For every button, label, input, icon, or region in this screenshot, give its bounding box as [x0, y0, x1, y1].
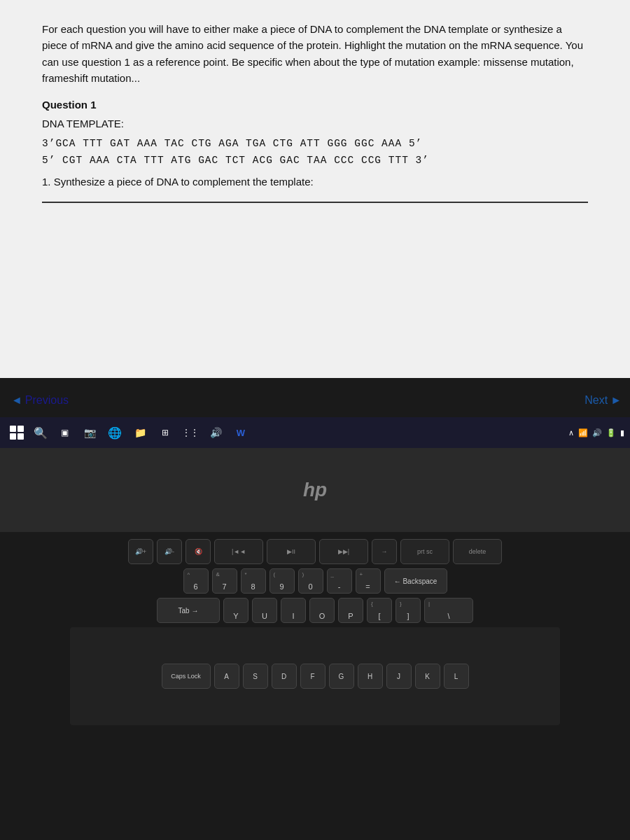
key-o[interactable]: O: [309, 598, 335, 623]
dna-strand-1: 3’GCA TTT GAT AAA TAC CTG AGA TGA CTG AT…: [42, 138, 588, 149]
word-button[interactable]: W: [230, 421, 252, 444]
system-tray: ∧ 📶 🔊 🔋 ▮: [568, 428, 624, 438]
keyboard: 🔊+ 🔊- 🔇 |◄◄ ▶II ▶▶| → prt sc delete ^6 &…: [0, 532, 630, 840]
keyboard-yuiop-row: Tab → Y U I O P {[ }] |\: [157, 598, 473, 623]
key-print-screen[interactable]: prt sc: [400, 539, 449, 564]
keyboard-lower-area: Caps Lock A S D F G H J K L: [70, 627, 560, 725]
keyboard-fn-row: 🔊+ 🔊- 🔇 |◄◄ ▶II ▶▶| → prt sc delete: [128, 539, 502, 564]
speaker-icon: 🔊: [210, 427, 222, 438]
taskbar-clock: ▮: [620, 428, 624, 438]
key-mute[interactable]: 🔇: [186, 539, 211, 564]
chevron-up-icon[interactable]: ∧: [568, 428, 574, 438]
key-vol-up[interactable]: 🔊+: [128, 539, 153, 564]
key-play-pause[interactable]: ▶II: [267, 539, 316, 564]
camera-button[interactable]: 📷: [78, 421, 101, 444]
key-g[interactable]: G: [329, 664, 354, 689]
key-tab[interactable]: Tab →: [157, 598, 220, 623]
edge-icon: 🌐: [108, 426, 122, 440]
dna-strand-2: 5’ CGT AAA CTA TTT ATG GAC TCT ACG GAC T…: [42, 155, 588, 166]
grid-icon: ⋮⋮: [182, 428, 199, 438]
key-caps-lock[interactable]: Caps Lock: [162, 664, 211, 689]
keyboard-bottom-partial: Caps Lock A S D F G H J K L: [162, 664, 469, 689]
previous-arrow-icon: ◄: [11, 394, 22, 407]
key-open-bracket[interactable]: {[: [367, 598, 392, 623]
key-d[interactable]: D: [272, 664, 297, 689]
pin-icon: ⊞: [162, 428, 169, 438]
taskview-button[interactable]: ▣: [53, 421, 76, 444]
hp-logo-area: hp: [0, 448, 630, 532]
key-s[interactable]: S: [243, 664, 268, 689]
key-u[interactable]: U: [252, 598, 277, 623]
key-l[interactable]: L: [444, 664, 469, 689]
key-p[interactable]: P: [338, 598, 363, 623]
key-close-bracket[interactable]: }]: [396, 598, 421, 623]
previous-button[interactable]: ◄ Previous: [0, 388, 80, 412]
key-vol-down[interactable]: 🔊-: [157, 539, 182, 564]
key-0[interactable]: )0: [298, 568, 323, 594]
windows-icon: [10, 426, 24, 440]
next-button[interactable]: Next ►: [576, 388, 630, 412]
key-delete[interactable]: delete: [453, 539, 502, 564]
page-content: For each question you will have to eithe…: [0, 0, 630, 378]
next-label: Next: [584, 394, 608, 407]
key-backslash[interactable]: |\: [424, 598, 473, 623]
key-k[interactable]: K: [415, 664, 440, 689]
camera-icon: 📷: [84, 427, 96, 438]
question-title: Question 1: [42, 99, 588, 111]
edge-button[interactable]: 🌐: [104, 421, 126, 444]
key-8[interactable]: *8: [241, 568, 266, 594]
taskbar: 🔍 ▣ 📷 🌐 📁 ⊞ ⋮⋮ 🔊 W ∧ 📶 🔊 🔋 ▮: [0, 417, 630, 448]
previous-label: Previous: [25, 394, 69, 407]
next-arrow-icon: ►: [610, 394, 622, 407]
sub-question: 1. Synthesize a piece of DNA to compleme…: [42, 176, 588, 188]
taskview-icon: ▣: [61, 428, 69, 438]
key-equals[interactable]: +=: [356, 568, 381, 594]
grid-app-button[interactable]: ⋮⋮: [179, 421, 202, 444]
media-button[interactable]: 🔊: [204, 421, 227, 444]
key-prev-track[interactable]: |◄◄: [214, 539, 263, 564]
key-y[interactable]: Y: [223, 598, 248, 623]
wifi-icon: 📶: [578, 428, 588, 438]
explorer-button[interactable]: 📁: [129, 421, 151, 444]
start-button[interactable]: [6, 421, 28, 444]
hp-logo: hp: [303, 479, 327, 501]
key-minus[interactable]: _-: [327, 568, 352, 594]
key-7[interactable]: &7: [212, 568, 237, 594]
key-6[interactable]: ^6: [183, 568, 209, 594]
key-next-track[interactable]: ▶▶|: [319, 539, 368, 564]
keyboard-number-row: ^6 &7 *8 (9 )0 _- += ← Backspace: [183, 568, 447, 594]
search-button[interactable]: 🔍: [31, 423, 50, 442]
word-icon: W: [237, 428, 245, 438]
key-i[interactable]: I: [281, 598, 306, 623]
dna-label: DNA TEMPLATE:: [42, 118, 588, 130]
key-9[interactable]: (9: [270, 568, 295, 594]
key-backspace[interactable]: ← Backspace: [384, 568, 447, 594]
battery-icon: 🔋: [606, 428, 616, 438]
answer-line: [42, 202, 588, 203]
instructions-paragraph: For each question you will have to eithe…: [42, 21, 588, 86]
key-h[interactable]: H: [358, 664, 383, 689]
key-j[interactable]: J: [386, 664, 412, 689]
pinned-app-1[interactable]: ⊞: [154, 421, 176, 444]
search-icon: 🔍: [34, 426, 48, 440]
key-f[interactable]: F: [300, 664, 326, 689]
key-a[interactable]: A: [214, 664, 239, 689]
key-arrow-right[interactable]: →: [372, 539, 397, 564]
explorer-icon: 📁: [134, 427, 146, 438]
volume-icon: 🔊: [592, 428, 602, 438]
